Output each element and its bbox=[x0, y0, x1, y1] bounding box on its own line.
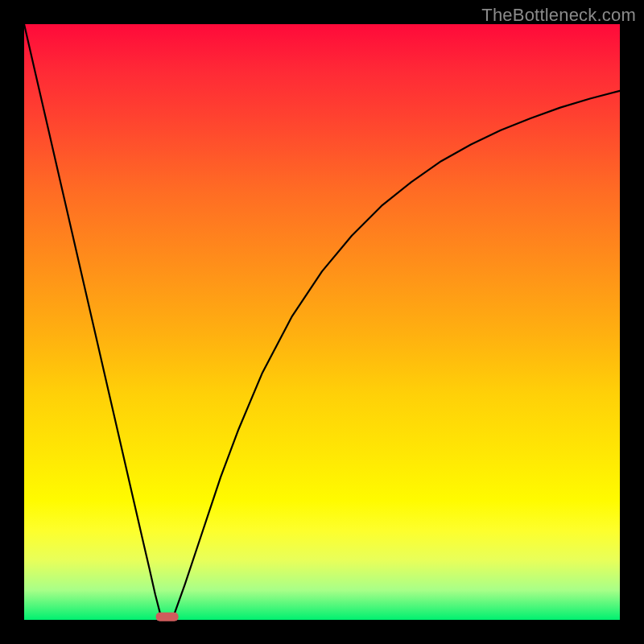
chart-svg bbox=[24, 24, 620, 620]
chart-container: TheBottleneck.com bbox=[0, 0, 644, 644]
plot-area bbox=[24, 24, 620, 620]
bottleneck-marker bbox=[156, 613, 179, 621]
curve-right bbox=[173, 91, 620, 617]
watermark-text: TheBottleneck.com bbox=[481, 5, 636, 26]
curve-left bbox=[24, 24, 161, 617]
